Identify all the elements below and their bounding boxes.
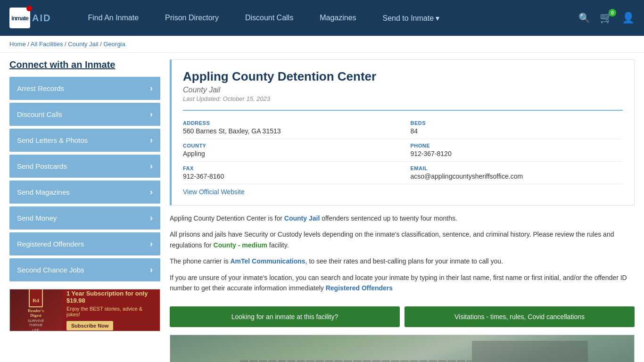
sidebar-ad: Rd Reader'sDigest SURVIVETHRIVE LEE 1 Ye… — [9, 289, 160, 331]
phone-label: PHONE — [411, 143, 623, 148]
desc-4-text: If you are unsure of your inmate's locat… — [170, 274, 627, 292]
sidebar-item-send-postcards[interactable]: Send Postcards › — [9, 155, 160, 178]
arrow-icon: › — [150, 109, 153, 119]
sidebar-menu: Arrest Records › Discount Calls › Send L… — [9, 77, 160, 281]
sidebar-item-send-letters[interactable]: Send Letters & Photos › — [9, 129, 160, 152]
ad-tagline: Enjoy the BEST stories, advice & jokes! — [66, 306, 155, 317]
desc-3-text: The phone carrier is — [170, 257, 230, 265]
arrow-icon: › — [150, 161, 153, 171]
arrow-icon: › — [150, 83, 153, 93]
sidebar-item-label: Send Magazines — [17, 188, 70, 196]
prison-directory-link[interactable]: Prison Directory — [152, 14, 232, 22]
ad-subscribe-button[interactable]: Subscribe Now — [66, 321, 113, 330]
sidebar-item-label: Send Money — [17, 214, 57, 222]
county-value: Appling — [183, 150, 403, 157]
registered-offenders-link[interactable]: Registered Offenders — [326, 284, 393, 292]
phone-value: 912-367-8120 — [411, 150, 623, 157]
email-value: acso@applingcountysheriffsoffice.com — [411, 173, 623, 180]
desc-1-text: Appling County Detention Center is for — [170, 214, 284, 222]
arrow-icon: › — [150, 265, 153, 275]
desc-3-end: , to see their rates and best-calling pl… — [305, 257, 503, 265]
breadcrumb-home[interactable]: Home — [9, 41, 26, 48]
breadcrumb-county-jail[interactable]: County Jail — [68, 41, 98, 48]
sidebar-item-label: Discount Calls — [17, 110, 62, 118]
search-icon[interactable]: 🔍 — [578, 12, 590, 24]
county-jail-link[interactable]: County Jail — [284, 214, 320, 222]
sidebar-title: Connect with an Inmate — [9, 59, 160, 70]
sidebar-item-discount-calls[interactable]: Discount Calls › — [9, 103, 160, 126]
cta-row: Looking for an inmate at this facility? … — [170, 306, 635, 327]
sidebar-item-arrest-records[interactable]: Arrest Records › — [9, 77, 160, 100]
county-label: COUNTY — [183, 143, 403, 148]
sidebar-item-label: Send Postcards — [17, 162, 67, 170]
send-to-inmate-link[interactable]: Send to Inmate ▾ — [370, 14, 453, 23]
arrow-icon: › — [150, 135, 153, 145]
breadcrumb: Home / All Facilities / County Jail / Ge… — [0, 36, 644, 53]
fax-value: 912-367-8160 — [183, 173, 403, 180]
sidebar-item-label: Registered Offenders — [17, 240, 84, 248]
facility-last-updated: Last Updated: October 15, 2023 — [183, 95, 623, 102]
sidebar-item-label: Send Letters & Photos — [17, 136, 88, 144]
fax-label: FAX — [183, 165, 403, 171]
beds-value: 84 — [411, 127, 623, 135]
beds-label: BEDS — [411, 120, 623, 126]
address-value: 560 Barnes St, Baxley, GA 31513 — [183, 127, 403, 135]
desc-2-end: facility. — [267, 241, 289, 249]
find-inmate-link[interactable]: Find An Inmate — [74, 14, 152, 22]
address-label: ADDRESS — [183, 120, 403, 126]
arrow-icon: › — [150, 187, 153, 197]
sidebar-item-send-magazines[interactable]: Send Magazines › — [9, 181, 160, 204]
breadcrumb-all-facilities[interactable]: All Facilities — [31, 41, 63, 48]
sidebar-item-second-chance-jobs[interactable]: Second Chance Jobs › — [9, 258, 160, 281]
arrow-icon: › — [150, 239, 153, 249]
visitations-cta-button[interactable]: Visitations - times, rules, Covid cancel… — [405, 306, 635, 327]
discount-calls-link[interactable]: Discount Calls — [232, 14, 306, 22]
sidebar: Connect with an Inmate Arrest Records › … — [9, 59, 160, 362]
magazines-link[interactable]: Magazines — [306, 14, 369, 22]
description-section: Appling County Detention Center is for C… — [170, 213, 635, 306]
facility-name: Appling County Detention Center — [183, 69, 623, 84]
facility-type: County Jail — [183, 86, 623, 94]
desc-1-end: offenders sentenced up to twenty four mo… — [320, 214, 457, 222]
sidebar-item-label: Second Chance Jobs — [17, 266, 84, 274]
sidebar-item-label: Arrest Records — [17, 84, 64, 92]
view-website-link[interactable]: View Official Website — [183, 188, 245, 196]
nav-icons: 🔍 🛒 0 👤 — [578, 12, 635, 24]
content-area: Appling County Detention Center County J… — [170, 59, 635, 362]
ad-subscription-text: 1 Year Subscription for only $19.98 — [66, 290, 155, 304]
nav-links: Find An Inmate Prison Directory Discount… — [74, 14, 578, 23]
sidebar-item-registered-offenders[interactable]: Registered Offenders › — [9, 232, 160, 255]
logo[interactable]: inmate AID — [9, 8, 51, 28]
facility-card: Appling County Detention Center County J… — [170, 59, 635, 206]
sidebar-item-send-money[interactable]: Send Money › — [9, 206, 160, 230]
amtel-link[interactable]: AmTel Communications — [230, 257, 305, 265]
county-medium-link[interactable]: County - medium — [214, 241, 267, 249]
email-label: EMAIL — [411, 165, 623, 171]
find-inmate-cta-button[interactable]: Looking for an inmate at this facility? — [170, 306, 400, 327]
main-nav: inmate AID Find An Inmate Prison Directo… — [0, 0, 644, 36]
cart-badge: 0 — [609, 9, 616, 16]
arrow-icon: › — [150, 213, 153, 223]
facility-photo — [170, 335, 635, 362]
breadcrumb-state[interactable]: Georgia — [103, 41, 125, 48]
user-icon[interactable]: 👤 — [622, 12, 635, 24]
